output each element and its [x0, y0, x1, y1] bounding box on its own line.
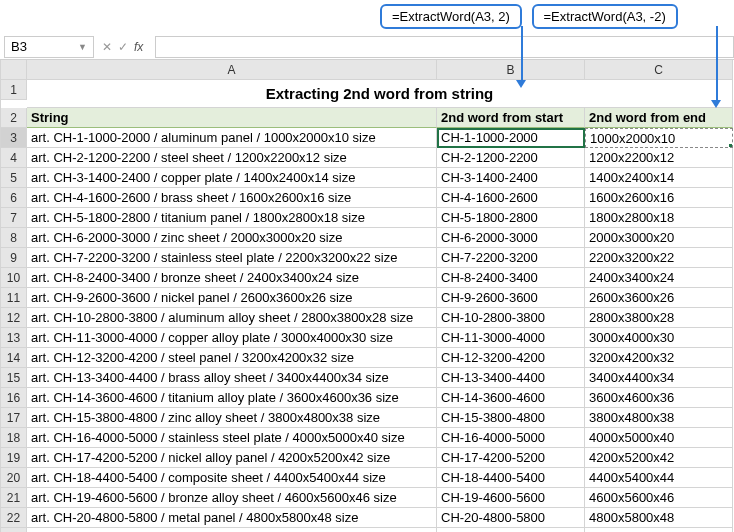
cell[interactable] [585, 528, 733, 532]
cell-string[interactable]: art. CH-5-1800-2800 / titanium panel / 1… [27, 208, 437, 228]
title-cell[interactable]: Extracting 2nd word from string [27, 80, 733, 108]
row-header[interactable]: 19 [1, 448, 27, 468]
cell-word-from-end[interactable]: 3400x4400x34 [585, 368, 733, 388]
row-header[interactable]: 1 [1, 80, 27, 100]
row-header[interactable]: 7 [1, 208, 27, 228]
cell-string[interactable]: art. CH-7-2200-3200 / stainless steel pl… [27, 248, 437, 268]
cell-word-from-start[interactable]: CH-2-1200-2200 [437, 148, 585, 168]
cell-word-from-end[interactable]: 4000x5000x40 [585, 428, 733, 448]
cell-word-from-start[interactable]: CH-14-3600-4600 [437, 388, 585, 408]
formula-input[interactable] [155, 36, 734, 58]
cell-word-from-end[interactable]: 1400x2400x14 [585, 168, 733, 188]
cell-word-from-end[interactable]: 2600x3600x26 [585, 288, 733, 308]
cell-word-from-end[interactable]: 1200x2200x12 [585, 148, 733, 168]
header-from-end[interactable]: 2nd word from end [585, 108, 733, 128]
row-header[interactable]: 12 [1, 308, 27, 328]
spreadsheet-grid[interactable]: A B C 1 Extracting 2nd word from string … [0, 60, 734, 532]
cell-string[interactable]: art. CH-1-1000-2000 / aluminum panel / 1… [27, 128, 437, 148]
cell-string[interactable]: art. CH-3-1400-2400 / copper plate / 140… [27, 168, 437, 188]
cell-word-from-start[interactable]: CH-8-2400-3400 [437, 268, 585, 288]
cell-word-from-start[interactable]: CH-18-4400-5400 [437, 468, 585, 488]
row-header[interactable]: 6 [1, 188, 27, 208]
cell-word-from-start[interactable]: CH-16-4000-5000 [437, 428, 585, 448]
cell-word-from-start[interactable]: CH-6-2000-3000 [437, 228, 585, 248]
row-header[interactable]: 16 [1, 388, 27, 408]
cell-word-from-end[interactable]: 4800x5800x48 [585, 508, 733, 528]
cell-word-from-end[interactable]: 4600x5600x46 [585, 488, 733, 508]
row-header[interactable]: 14 [1, 348, 27, 368]
cell-string[interactable]: art. CH-20-4800-5800 / metal panel / 480… [27, 508, 437, 528]
cell-word-from-end[interactable]: 2400x3400x24 [585, 268, 733, 288]
cell-string[interactable]: art. CH-11-3000-4000 / copper alloy plat… [27, 328, 437, 348]
cell-word-from-start[interactable]: CH-7-2200-3200 [437, 248, 585, 268]
cell-word-from-end[interactable]: 3000x4000x30 [585, 328, 733, 348]
cell-string[interactable]: art. CH-9-2600-3600 / nickel panel / 260… [27, 288, 437, 308]
cell-word-from-end[interactable]: 2800x3800x28 [585, 308, 733, 328]
cell-word-from-start[interactable]: CH-15-3800-4800 [437, 408, 585, 428]
cell-word-from-end[interactable]: 4200x5200x42 [585, 448, 733, 468]
cell[interactable] [27, 528, 437, 532]
cell-word-from-start[interactable]: CH-11-3000-4000 [437, 328, 585, 348]
cell-word-from-start[interactable]: CH-1-1000-2000 [437, 128, 585, 148]
cell-word-from-end[interactable]: 3600x4600x36 [585, 388, 733, 408]
cell-string[interactable]: art. CH-4-1600-2600 / brass sheet / 1600… [27, 188, 437, 208]
cell-string[interactable]: art. CH-17-4200-5200 / nickel alloy pane… [27, 448, 437, 468]
cell-word-from-start[interactable]: CH-3-1400-2400 [437, 168, 585, 188]
fill-handle[interactable] [729, 144, 733, 148]
row-header[interactable]: 3 [1, 128, 27, 148]
cell-string[interactable]: art. CH-12-3200-4200 / steel panel / 320… [27, 348, 437, 368]
row-header[interactable]: 15 [1, 368, 27, 388]
chevron-down-icon[interactable]: ▼ [78, 42, 87, 52]
cell-string[interactable]: art. CH-13-3400-4400 / brass alloy sheet… [27, 368, 437, 388]
cell-word-from-end[interactable]: 3200x4200x32 [585, 348, 733, 368]
cell-string[interactable]: art. CH-15-3800-4800 / zinc alloy sheet … [27, 408, 437, 428]
row-header[interactable]: 13 [1, 328, 27, 348]
header-string[interactable]: String [27, 108, 437, 128]
cell-word-from-start[interactable]: CH-10-2800-3800 [437, 308, 585, 328]
cell-word-from-start[interactable]: CH-12-3200-4200 [437, 348, 585, 368]
select-all-corner[interactable] [1, 60, 27, 80]
cell-word-from-start[interactable]: CH-20-4800-5800 [437, 508, 585, 528]
row-header[interactable]: 18 [1, 428, 27, 448]
row-header[interactable]: 11 [1, 288, 27, 308]
row-header[interactable]: 22 [1, 508, 27, 528]
row-header[interactable]: 23 [1, 528, 27, 532]
column-header-c[interactable]: C [585, 60, 733, 80]
row-header[interactable]: 5 [1, 168, 27, 188]
row-header[interactable]: 4 [1, 148, 27, 168]
cell[interactable] [437, 528, 585, 532]
cell-word-from-start[interactable]: CH-4-1600-2600 [437, 188, 585, 208]
cell-word-from-start[interactable]: CH-9-2600-3600 [437, 288, 585, 308]
header-from-start[interactable]: 2nd word from start [437, 108, 585, 128]
cell-word-from-end[interactable]: 2000x3000x20 [585, 228, 733, 248]
column-header-b[interactable]: B [437, 60, 585, 80]
cell-string[interactable]: art. CH-18-4400-5400 / composite sheet /… [27, 468, 437, 488]
cell-word-from-end[interactable]: 1800x2800x18 [585, 208, 733, 228]
cell-word-from-start[interactable]: CH-13-3400-4400 [437, 368, 585, 388]
row-header[interactable]: 17 [1, 408, 27, 428]
cell-word-from-end[interactable]: 2200x3200x22 [585, 248, 733, 268]
name-box[interactable]: B3 ▼ [4, 36, 94, 58]
row-header[interactable]: 8 [1, 228, 27, 248]
cell-string[interactable]: art. CH-19-4600-5600 / bronze alloy shee… [27, 488, 437, 508]
cell-string[interactable]: art. CH-16-4000-5000 / stainless steel p… [27, 428, 437, 448]
cancel-icon[interactable]: ✕ [102, 40, 112, 54]
column-header-a[interactable]: A [27, 60, 437, 80]
accept-icon[interactable]: ✓ [118, 40, 128, 54]
cell-word-from-end[interactable]: 1600x2600x16 [585, 188, 733, 208]
cell-word-from-end[interactable]: 4400x5400x44 [585, 468, 733, 488]
cell-word-from-start[interactable]: CH-5-1800-2800 [437, 208, 585, 228]
cell-string[interactable]: art. CH-14-3600-4600 / titanium alloy pl… [27, 388, 437, 408]
cell-word-from-start[interactable]: CH-17-4200-5200 [437, 448, 585, 468]
row-header[interactable]: 21 [1, 488, 27, 508]
row-header[interactable]: 10 [1, 268, 27, 288]
row-header[interactable]: 20 [1, 468, 27, 488]
cell-word-from-end[interactable]: 1000x2000x10 [585, 128, 733, 148]
cell-string[interactable]: art. CH-10-2800-3800 / aluminum alloy sh… [27, 308, 437, 328]
row-header[interactable]: 2 [1, 108, 27, 128]
cell-string[interactable]: art. CH-8-2400-3400 / bronze sheet / 240… [27, 268, 437, 288]
cell-word-from-start[interactable]: CH-19-4600-5600 [437, 488, 585, 508]
fx-icon[interactable]: fx [134, 40, 143, 54]
cell-string[interactable]: art. CH-2-1200-2200 / steel sheet / 1200… [27, 148, 437, 168]
row-header[interactable]: 9 [1, 248, 27, 268]
